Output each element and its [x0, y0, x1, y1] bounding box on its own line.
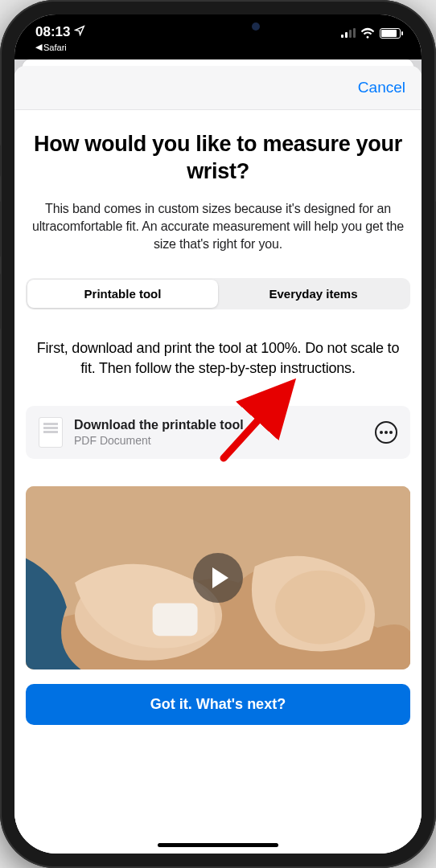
document-icon	[39, 417, 63, 448]
instructions-text: First, download and print the tool at 10…	[29, 338, 407, 379]
subtitle-text: This band comes in custom sizes because …	[29, 200, 407, 254]
cancel-button[interactable]: Cancel	[358, 79, 405, 96]
battery-icon	[380, 28, 401, 39]
got-it-button[interactable]: Got it. What's next?	[26, 684, 410, 725]
back-chevron-icon: ◀	[35, 42, 42, 52]
back-to-app[interactable]: ◀ Safari	[35, 42, 85, 52]
svg-rect-2	[153, 604, 198, 637]
back-app-label: Safari	[43, 43, 67, 52]
sheet-header: Cancel	[14, 66, 422, 110]
home-indicator[interactable]	[158, 843, 278, 847]
download-title: Download the printable tool	[74, 418, 364, 432]
svg-point-3	[275, 571, 365, 645]
cellular-icon	[341, 28, 356, 38]
segment-printable-tool[interactable]: Printable tool	[27, 280, 218, 308]
instruction-video[interactable]	[26, 486, 410, 669]
segmented-control[interactable]: Printable tool Everyday items	[26, 278, 410, 309]
phone-frame: 08:13 ◀ Safari	[0, 0, 436, 868]
more-options-button[interactable]	[375, 421, 397, 444]
location-icon	[74, 24, 85, 40]
page-title: How would you like to measure your wrist…	[34, 131, 402, 186]
download-subtitle: PDF Document	[74, 434, 364, 447]
notch	[130, 14, 306, 40]
segment-everyday-items[interactable]: Everyday items	[218, 280, 409, 308]
play-icon	[193, 553, 243, 603]
wifi-icon	[360, 27, 375, 39]
modal-sheet: Cancel How would you like to measure you…	[14, 66, 422, 854]
screen: 08:13 ◀ Safari	[14, 14, 422, 854]
download-tool-card[interactable]: Download the printable tool PDF Document	[26, 406, 410, 459]
status-time: 08:13	[35, 24, 70, 40]
